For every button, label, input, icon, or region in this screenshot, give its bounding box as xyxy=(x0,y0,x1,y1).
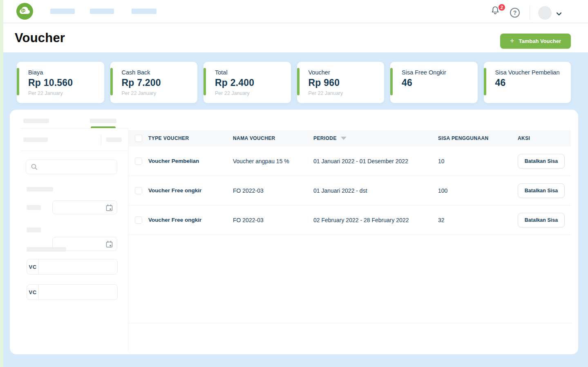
calendar-icon xyxy=(106,204,113,212)
vc-prefix-2: VC xyxy=(27,285,39,299)
topbar-divider xyxy=(530,5,530,20)
card-label: Sisa Voucher Pembelian xyxy=(495,69,565,76)
card-value: Rp 7.200 xyxy=(122,77,191,88)
card-accent-bar xyxy=(203,68,206,95)
search-icon xyxy=(31,163,38,171)
cloud-logo-icon xyxy=(16,3,33,20)
page-title: Voucher xyxy=(15,31,65,45)
header-periode-label: PERIODE xyxy=(313,135,337,141)
voucher-code-label-placeholder xyxy=(27,247,66,252)
left-edge-strip xyxy=(0,0,3,367)
filter-row-divider xyxy=(20,151,128,151)
card-subtitle: Per 22 January xyxy=(122,90,191,96)
card-label: Sisa Free Ongkir xyxy=(402,69,471,76)
batalkan-sisa-button[interactable]: Batalkan Sisa xyxy=(518,213,565,227)
filter-divider-vertical xyxy=(101,135,101,145)
card-subtitle: Per 22 January xyxy=(309,90,378,96)
card-value: Rp 2.400 xyxy=(215,77,284,88)
cell-periode: 01 Januari 2022 - dst xyxy=(313,187,438,194)
search-input[interactable] xyxy=(26,160,117,174)
voucher-code-input-1[interactable] xyxy=(39,259,117,274)
tab-placeholder-2 xyxy=(90,119,116,123)
notifications-button[interactable]: 2 xyxy=(490,5,505,19)
card-accent-bar xyxy=(297,68,300,95)
cell-sisa: 32 xyxy=(438,217,518,223)
card-label: Biaya xyxy=(28,69,98,76)
batalkan-sisa-button[interactable]: Batalkan Sisa xyxy=(518,154,565,169)
row-checkbox[interactable] xyxy=(135,187,142,194)
card-subtitle: Per 22 January xyxy=(28,90,98,96)
sort-down-icon xyxy=(341,137,347,140)
filter-placeholder-2 xyxy=(106,137,122,142)
cell-periode: 02 February 2022 - 28 February 2022 xyxy=(313,217,438,223)
voucher-code-input-group-2: VC xyxy=(27,284,118,300)
page-header: Voucher + Tambah Voucher xyxy=(0,23,588,52)
vc-prefix-1: VC xyxy=(27,259,39,274)
app-logo[interactable] xyxy=(16,3,33,20)
chevron-down-icon xyxy=(556,11,562,16)
card-label: Voucher xyxy=(309,69,378,76)
notification-badge: 2 xyxy=(498,3,506,11)
header-aksi: AKSI xyxy=(518,135,571,141)
card-accent-bar xyxy=(484,68,486,95)
nav-placeholder-1 xyxy=(50,9,75,14)
nav-placeholder-2 xyxy=(90,9,114,14)
card-value: 46 xyxy=(402,77,471,88)
user-avatar[interactable] xyxy=(538,6,552,20)
card-accent-bar xyxy=(110,68,113,95)
voucher-code-input-group-1: VC xyxy=(27,259,118,275)
voucher-code-input-2[interactable] xyxy=(39,285,117,299)
table-footer-divider xyxy=(128,323,572,323)
row-checkbox[interactable] xyxy=(135,216,142,224)
table-row: Voucher Pembelian Voucher angpau 15 % 01… xyxy=(128,146,571,176)
date-from-input[interactable] xyxy=(52,200,117,214)
main-panel: VC VC TYPE VOUCHER NAMA VOUCHER PERIODE … xyxy=(10,110,578,354)
filter-placeholder-1 xyxy=(23,137,48,142)
filter-section-label-placeholder xyxy=(27,187,53,191)
stat-card-total: Total Rp 2.400 Per 22 January xyxy=(203,62,291,103)
table-row: Voucher Free ongkir FO 2022-03 01 Januar… xyxy=(128,176,571,205)
batalkan-sisa-button[interactable]: Batalkan Sisa xyxy=(518,183,565,198)
date-to-label-placeholder xyxy=(27,227,41,232)
cell-nama: FO 2022-03 xyxy=(233,187,313,194)
stat-card-sisa-voucher-pembelian: Sisa Voucher Pembelian 46 xyxy=(484,62,571,103)
cell-sisa: 10 xyxy=(438,158,518,164)
question-mark-icon: ? xyxy=(513,9,517,16)
calendar-icon xyxy=(106,241,113,248)
card-label: Total xyxy=(215,69,284,76)
table-header: TYPE VOUCHER NAMA VOUCHER PERIODE SISA P… xyxy=(128,130,571,146)
card-value: 46 xyxy=(495,77,565,88)
plus-icon: + xyxy=(510,37,514,45)
header-periode-sortable[interactable]: PERIODE xyxy=(313,135,438,141)
cell-periode: 01 Januari 2022 - 01 Desember 2022 xyxy=(313,158,438,164)
help-button[interactable]: ? xyxy=(510,8,520,18)
cell-nama: Voucher angpau 15 % xyxy=(233,158,313,164)
stat-cards-row: Biaya Rp 10.560 Per 22 January Cash Back… xyxy=(17,62,571,103)
cell-nama: FO 2022-03 xyxy=(233,217,313,223)
card-subtitle: Per 22 January xyxy=(215,90,284,96)
stat-card-biaya: Biaya Rp 10.560 Per 22 January xyxy=(17,62,104,103)
row-checkbox[interactable] xyxy=(135,158,142,165)
select-all-checkbox[interactable] xyxy=(135,135,142,142)
topbar: 2 ? xyxy=(0,0,588,23)
card-label: Cash Back xyxy=(122,69,191,76)
date-from-label-placeholder xyxy=(27,205,41,210)
tab-placeholder-1 xyxy=(23,119,49,123)
tabs-divider xyxy=(20,128,128,128)
card-value: Rp 10.560 xyxy=(28,77,98,88)
stat-card-voucher: Voucher Rp 960 Per 22 January xyxy=(297,62,385,103)
card-accent-bar xyxy=(17,68,19,95)
tambah-voucher-label: Tambah Voucher xyxy=(519,38,561,44)
header-type-voucher: TYPE VOUCHER xyxy=(148,135,233,141)
account-menu-toggle[interactable] xyxy=(556,11,562,16)
header-sisa-penggunaan: SISA PENGGUNAAN xyxy=(438,135,518,141)
cell-type: Voucher Free ongkir xyxy=(148,187,233,194)
cell-type: Voucher Pembelian xyxy=(148,158,233,164)
tambah-voucher-button[interactable]: + Tambah Voucher xyxy=(500,34,571,49)
nav-placeholder-3 xyxy=(132,9,157,14)
card-value: Rp 960 xyxy=(309,77,378,88)
stat-card-cashback: Cash Back Rp 7.200 Per 22 January xyxy=(110,62,198,103)
header-nama-voucher: NAMA VOUCHER xyxy=(233,135,313,141)
card-accent-bar xyxy=(390,68,393,95)
table-row: Voucher Free ongkir FO 2022-03 02 Februa… xyxy=(128,205,571,235)
